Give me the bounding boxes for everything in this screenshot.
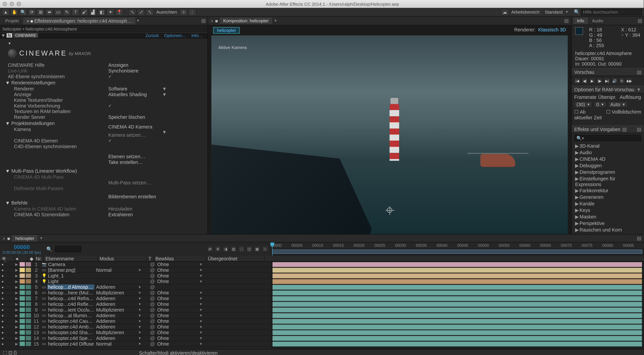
mode-caret-icon[interactable]: ▼ bbox=[138, 336, 142, 340]
layer-duration-bar[interactable] bbox=[272, 285, 642, 290]
parent-caret-icon[interactable]: ▼ bbox=[199, 308, 204, 312]
pickwhip-icon[interactable]: @ bbox=[150, 341, 156, 346]
cw-tri-icon[interactable]: ▼ bbox=[8, 42, 12, 45]
pickwhip-icon[interactable]: @ bbox=[150, 267, 156, 273]
timeline-timecode[interactable]: 00000 0:00:00:00 (30.00 fps) bbox=[0, 242, 44, 255]
resolution-dropdown[interactable]: Auto▼ bbox=[608, 101, 628, 107]
workspace-caret-icon[interactable]: ▼ bbox=[565, 10, 569, 14]
layer-name[interactable]: [Banner.png] bbox=[47, 267, 94, 273]
tl-opt3-icon[interactable]: ◑ bbox=[223, 246, 229, 252]
fx-badge[interactable]: fx bbox=[6, 33, 12, 38]
parent-caret-icon[interactable]: ▼ bbox=[199, 313, 204, 317]
layer-duration-bar[interactable] bbox=[272, 319, 642, 324]
parent-dropdown[interactable]: Ohne bbox=[156, 324, 199, 329]
blend-mode-dropdown[interactable]: Addieren bbox=[94, 313, 138, 318]
parent-dropdown[interactable]: Ohne bbox=[156, 318, 199, 324]
commands-header[interactable]: ▼Befehle bbox=[0, 199, 208, 206]
checkbox-icon[interactable]: ✓ bbox=[108, 138, 112, 143]
layer-row[interactable]: ●▶4💡Light@Ohne▼ bbox=[0, 279, 271, 284]
label-color2[interactable] bbox=[26, 325, 31, 329]
expand-icon[interactable]: ▶ bbox=[14, 268, 19, 272]
tab-effects-presets[interactable]: Effekte und Vorgaben bbox=[574, 127, 620, 132]
tab-project[interactable]: Projekt bbox=[2, 18, 22, 24]
brush-tool[interactable]: 🖌 bbox=[80, 9, 88, 16]
panel-menu-icon[interactable]: ▤ bbox=[201, 18, 206, 24]
preset-category[interactable]: ▶Perspektive bbox=[575, 220, 640, 227]
parent-caret-icon[interactable]: ▼ bbox=[199, 296, 204, 300]
pickwhip-icon[interactable]: @ bbox=[150, 279, 156, 284]
label-color[interactable] bbox=[20, 302, 25, 306]
preset-category[interactable]: ▶Farbkorrektur bbox=[575, 187, 640, 194]
expand-icon[interactable]: ▶ bbox=[14, 325, 19, 329]
parent-dropdown[interactable]: Ohne bbox=[156, 335, 199, 341]
layer-duration-bar[interactable] bbox=[272, 341, 642, 346]
layer-name[interactable]: Camera bbox=[47, 262, 94, 267]
preset-category[interactable]: ▶Einstellungen für Expressions bbox=[575, 176, 640, 187]
layer-name[interactable]: helicop…d Atmosphere bbox=[47, 284, 94, 289]
visibility-toggle[interactable]: ● bbox=[0, 274, 5, 277]
tl-opt2-icon[interactable]: ✲ bbox=[215, 246, 221, 252]
checkbox-icon[interactable]: ✓ bbox=[108, 74, 112, 78]
pickwhip-icon[interactable]: @ bbox=[150, 307, 156, 312]
parent-caret-icon[interactable]: ▼ bbox=[199, 319, 204, 323]
layer-duration-bar[interactable] bbox=[272, 330, 642, 335]
fullscreen-checkbox[interactable]: ☐ bbox=[606, 109, 610, 114]
set-mp-button[interactable]: Multi-Pass setzen… bbox=[108, 180, 170, 185]
preset-category[interactable]: ▶3D-Kanal bbox=[575, 143, 640, 150]
label-color[interactable] bbox=[20, 319, 25, 323]
mode-caret-icon[interactable]: ▼ bbox=[138, 302, 142, 306]
audio-button[interactable]: 🔊 bbox=[612, 78, 618, 84]
display-dropdown[interactable]: Aktuelles Shading▼ bbox=[108, 92, 170, 97]
layer-duration-bar[interactable] bbox=[272, 336, 642, 341]
mode-caret-icon[interactable]: ▼ bbox=[138, 291, 142, 295]
create-elements-button[interactable]: Bilderebenen erstellen bbox=[108, 194, 170, 199]
parent-dropdown[interactable]: Ohne bbox=[156, 301, 199, 307]
layer-name[interactable]: helicopter.c4d Caustics bbox=[47, 318, 94, 324]
play-button[interactable]: ▶ bbox=[589, 78, 595, 84]
preset-category[interactable]: ▶Keys bbox=[575, 207, 640, 214]
parent-dropdown[interactable]: Ohne bbox=[156, 290, 199, 295]
expand-icon[interactable]: ▶ bbox=[14, 296, 19, 300]
pickwhip-icon[interactable]: @ bbox=[150, 313, 156, 318]
blend-mode-dropdown[interactable]: Normal bbox=[94, 267, 138, 273]
parent-dropdown[interactable]: Ohne bbox=[156, 296, 199, 301]
preset-category[interactable]: ▶Masken bbox=[575, 214, 640, 220]
parent-caret-icon[interactable]: ▼ bbox=[199, 274, 204, 277]
layer-name[interactable]: helicopter.c4d Shadow bbox=[47, 330, 94, 335]
visibility-toggle[interactable]: ● bbox=[0, 319, 5, 323]
layer-name[interactable]: helicop…ient Occlusion bbox=[47, 307, 94, 312]
panel-menu-icon[interactable]: ▤ bbox=[622, 127, 626, 132]
tl-opt6-icon[interactable]: ◫ bbox=[246, 246, 252, 252]
panel-menu-icon[interactable]: ▤ bbox=[564, 18, 568, 24]
preset-category[interactable]: ▶Dienstprogramm bbox=[575, 169, 640, 176]
first-frame-button[interactable]: |◀ bbox=[574, 78, 580, 84]
shape-tool[interactable]: ▭ bbox=[54, 9, 62, 16]
parent-caret-icon[interactable]: ▼ bbox=[199, 279, 204, 283]
expand-icon[interactable]: ▶ bbox=[14, 291, 19, 295]
layer-row[interactable]: ●▶5▭helicop…d AtmosphereAddieren▼@ bbox=[0, 284, 271, 290]
parent-dropdown[interactable]: Ohne bbox=[156, 273, 199, 278]
min-dot[interactable] bbox=[10, 2, 14, 6]
label-color[interactable] bbox=[20, 290, 25, 295]
blend-mode-dropdown[interactable]: Addieren bbox=[94, 301, 138, 307]
cw-help[interactable]: CINEWARE Hilfe bbox=[8, 62, 108, 68]
parent-dropdown[interactable]: Ohne bbox=[156, 267, 199, 273]
roto-tool[interactable]: ✦ bbox=[106, 9, 114, 16]
visibility-toggle[interactable]: ● bbox=[0, 285, 5, 289]
layer-name[interactable]: helicop…here (Multiply) bbox=[47, 290, 94, 295]
tl-foot-icon[interactable]: ⬚ ⊡ {} bbox=[3, 350, 17, 355]
parent-dropdown[interactable]: Ohne bbox=[156, 307, 199, 312]
sync-icon[interactable]: ☁ bbox=[501, 9, 509, 16]
pen-tool[interactable]: ✎ bbox=[63, 9, 71, 16]
expand-icon[interactable]: ▶ bbox=[14, 319, 19, 323]
layer-duration-bar[interactable] bbox=[272, 296, 642, 301]
visibility-toggle[interactable]: ● bbox=[0, 291, 5, 295]
layer-row[interactable]: ●▶9▭helicop…ient OcclusionMultiplizieren… bbox=[0, 307, 271, 313]
workspace-value[interactable]: Standard bbox=[545, 10, 562, 15]
pickwhip-icon[interactable]: @ bbox=[150, 296, 156, 301]
label-color[interactable] bbox=[20, 262, 25, 266]
parent-dropdown[interactable]: Ohne bbox=[156, 341, 199, 346]
label-color[interactable] bbox=[20, 279, 25, 283]
link-info[interactable]: Info… bbox=[191, 33, 203, 38]
label-color2[interactable] bbox=[26, 262, 31, 266]
